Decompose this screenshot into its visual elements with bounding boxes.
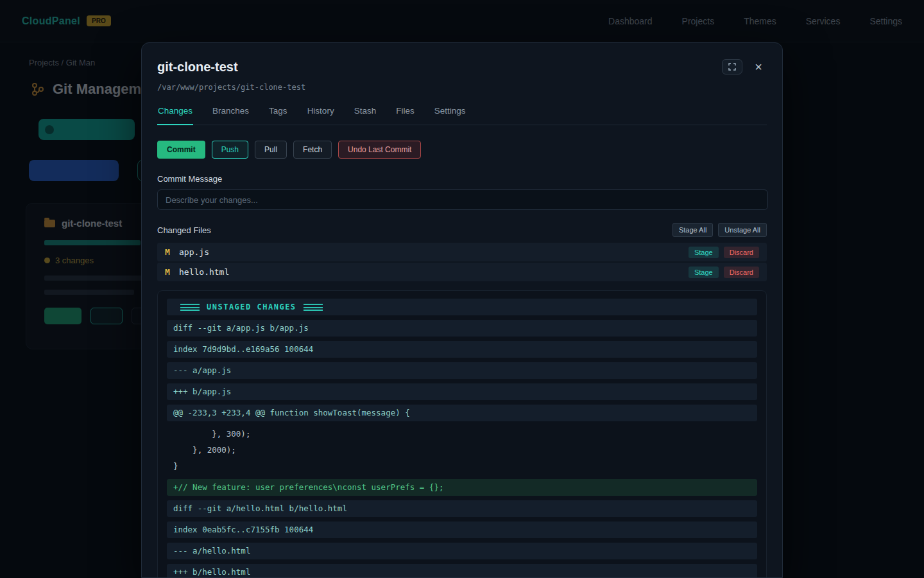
tab-tags[interactable]: Tags [268, 103, 288, 125]
pull-button[interactable]: Pull [255, 141, 287, 159]
git-manager-modal: git-clone-test /var/www/projects/git-clo… [141, 42, 783, 578]
file-name: app.js [179, 247, 209, 257]
lines-decoration-icon [304, 304, 323, 311]
diff-panel: UNSTAGED CHANGES diff --git a/app.js b/a… [157, 290, 767, 578]
diff-line-meta: --- a/hello.html [167, 543, 757, 559]
diff-line-meta: +++ b/app.js [167, 383, 757, 400]
tab-files[interactable]: Files [395, 103, 415, 125]
commit-message-label: Commit Message [157, 174, 767, 184]
push-button[interactable]: Push [212, 141, 248, 159]
close-icon: × [755, 60, 762, 74]
undo-last-commit-button[interactable]: Undo Last Commit [338, 141, 421, 159]
diff-line-added: +// New feature: user preferences\nconst… [167, 479, 757, 496]
diff-lines: diff --git a/app.js b/app.jsindex 7d9d9b… [167, 320, 757, 578]
diff-line-hunk: @@ -233,3 +233,4 @@ function showToast(m… [167, 405, 757, 421]
tab-settings[interactable]: Settings [434, 103, 466, 125]
tab-changes[interactable]: Changes [157, 103, 193, 125]
modal-project-path: /var/www/projects/git-clone-test [157, 83, 767, 92]
stage-file-button[interactable]: Stage [689, 247, 719, 258]
fetch-button[interactable]: Fetch [293, 141, 332, 159]
unstage-all-button[interactable]: Unstage All [718, 223, 767, 237]
diff-line-meta: index 0eab5fc..c7155fb 100644 [167, 521, 757, 538]
stage-all-button[interactable]: Stage All [672, 223, 713, 237]
diff-line-meta: diff --git a/app.js b/app.js [167, 320, 757, 337]
diff-section-header: UNSTAGED CHANGES [167, 299, 757, 315]
file-row: M app.js Stage Discard [157, 243, 767, 261]
discard-file-button[interactable]: Discard [724, 247, 759, 258]
file-status-badge: M [165, 247, 179, 257]
close-button[interactable]: × [749, 57, 768, 76]
modal-title: git-clone-test [157, 60, 767, 74]
diff-line-meta: +++ b/hello.html [167, 564, 757, 578]
changed-files-list: M app.js Stage Discard M hello.html Stag… [157, 243, 767, 281]
file-row: M hello.html Stage Discard [157, 263, 767, 281]
diff-line-context: } [167, 458, 757, 474]
file-status-badge: M [165, 267, 179, 277]
tab-branches[interactable]: Branches [212, 103, 250, 125]
tab-history[interactable]: History [307, 103, 335, 125]
fullscreen-button[interactable] [722, 59, 742, 74]
lines-decoration-icon [180, 304, 200, 311]
diff-line-meta: --- a/app.js [167, 362, 757, 379]
diff-line-context: }, 300); [167, 426, 757, 442]
commit-message-input[interactable] [157, 189, 768, 210]
diff-header-label: UNSTAGED CHANGES [207, 299, 296, 315]
fullscreen-icon [728, 63, 736, 71]
commit-button[interactable]: Commit [157, 141, 205, 159]
diff-line-meta: diff --git a/hello.html b/hello.html [167, 500, 757, 517]
tab-stash[interactable]: Stash [354, 103, 377, 125]
file-name: hello.html [179, 267, 229, 277]
git-actions: Commit Push Pull Fetch Undo Last Commit [157, 141, 767, 159]
diff-line-meta: index 7d9d9bd..e169a56 100644 [167, 341, 757, 358]
diff-line-context: }, 2000); [167, 442, 757, 458]
modal-tabs: Changes Branches Tags History Stash File… [157, 103, 767, 125]
changed-files-label: Changed Files [157, 225, 211, 235]
stage-file-button[interactable]: Stage [689, 267, 719, 278]
discard-file-button[interactable]: Discard [724, 267, 759, 278]
